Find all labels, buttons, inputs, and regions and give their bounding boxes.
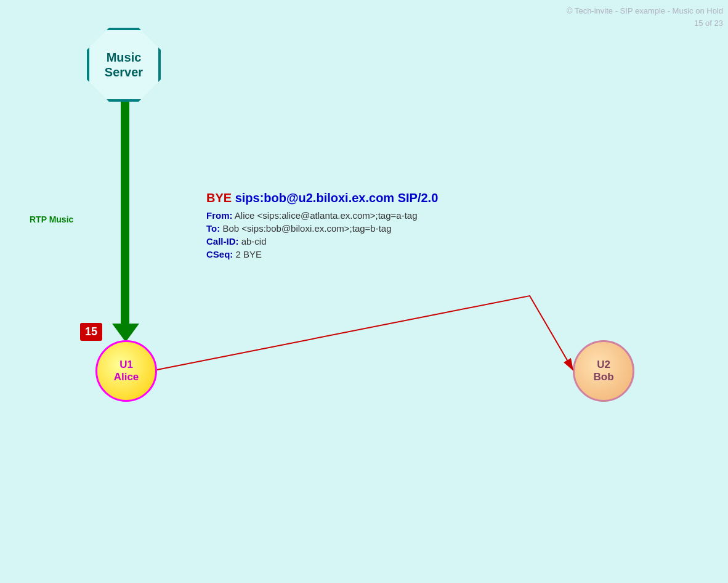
watermark-line2: 15 of 23 [567,17,723,30]
sip-message-block: BYE sips:bob@u2.biloxi.ex.com SIP/2.0 Fr… [206,191,438,262]
sip-to-header: To: Bob <sips:bob@biloxi.ex.com>;tag=b-t… [206,223,438,234]
callid-value: ab-cid [241,236,267,247]
cseq-value: 2 BYE [236,249,262,259]
sip-method: BYE [206,191,232,205]
to-label: To: [206,223,220,234]
sip-callid-header: Call-ID: ab-cid [206,236,438,247]
sip-cseq-header: CSeq: 2 BYE [206,249,438,259]
bye-arrow-line [157,296,573,370]
watermark: © Tech-invite - SIP example - Music on H… [567,5,723,29]
alice-name-label: Alice [114,371,139,383]
arrow-line [121,102,129,324]
sip-uri: sips:bob@u2.biloxi.ex.com SIP/2.0 [235,191,439,205]
rtp-music-label: RTP Music [30,214,73,224]
music-server-node: MusicServer [87,28,161,102]
sip-first-line: BYE sips:bob@u2.biloxi.ex.com SIP/2.0 [206,191,438,205]
bob-name-label: Bob [593,371,613,383]
from-value: Alice <sips:alice@atlanta.ex.com>;tag=a-… [235,210,418,221]
from-label: From: [206,210,233,221]
step-badge: 15 [80,323,102,341]
callid-label: Call-ID: [206,236,239,247]
rtp-arrow [121,102,129,342]
watermark-line1: © Tech-invite - SIP example - Music on H… [567,5,723,17]
to-value: Bob <sips:bob@biloxi.ex.com>;tag=b-tag [222,223,391,234]
sip-from-header: From: Alice <sips:alice@atlanta.ex.com>;… [206,210,438,221]
bob-u-label: U2 [597,359,610,371]
alice-u-label: U1 [119,359,133,371]
bob-node: U2 Bob [573,340,634,402]
arrow-head [112,324,139,342]
alice-node: U1 Alice [95,340,157,402]
music-server-shape [87,28,161,102]
cseq-label: CSeq: [206,249,233,259]
